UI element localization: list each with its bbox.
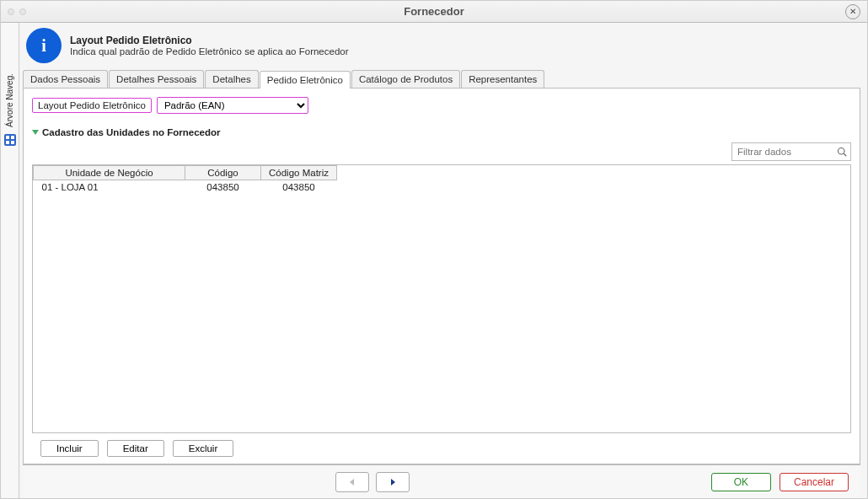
section-title: Cadastro das Unidades no Fornecedor <box>42 127 221 137</box>
tree-icon[interactable] <box>4 134 16 146</box>
next-button[interactable] <box>376 472 410 492</box>
svg-line-5 <box>844 153 846 156</box>
close-icon[interactable]: ✕ <box>845 4 860 19</box>
ok-button[interactable]: OK <box>711 473 771 491</box>
collapse-icon <box>32 130 39 135</box>
grid-button-row: Incluir Editar Excluir <box>40 440 851 457</box>
delete-button[interactable]: Excluir <box>173 440 234 457</box>
edit-button[interactable]: Editar <box>107 440 164 457</box>
cell-unidade: 01 - LOJA 01 <box>34 180 185 195</box>
svg-rect-3 <box>11 141 14 144</box>
tab-catalogo-produtos[interactable]: Catálogo de Produtos <box>351 70 460 88</box>
info-subtitle: Indica qual padrão de Pedido Eletrônico … <box>70 46 349 56</box>
tab-dados-pessoais[interactable]: Dados Pessoais <box>23 70 108 88</box>
cell-codigo: 043850 <box>185 180 261 195</box>
tab-bar: Dados Pessoais Detalhes Pessoais Detalhe… <box>23 70 860 89</box>
titlebar: Fornecedor ✕ <box>1 1 867 23</box>
search-icon[interactable] <box>833 147 850 157</box>
arrow-left-icon <box>348 478 356 486</box>
svg-rect-0 <box>6 136 9 139</box>
tab-detalhes-pessoais[interactable]: Detalhes Pessoais <box>109 70 204 88</box>
dialog-window: Fornecedor ✕ Árvore Naveg. i Layout Pedi… <box>0 0 868 499</box>
table-row[interactable]: 01 - LOJA 01 043850 043850 <box>34 180 337 195</box>
info-title: Layout Pedido Eletrônico <box>70 35 349 46</box>
units-table: Unidade de Negócio Código Código Matriz … <box>32 164 851 433</box>
tab-panel: Layout Pedido Eletrônico Padrão (EAN) Ca… <box>23 89 860 464</box>
cell-codigo-matriz: 043850 <box>261 180 337 195</box>
window-dot <box>19 8 26 15</box>
layout-field-row: Layout Pedido Eletrônico Padrão (EAN) <box>32 97 851 114</box>
sidebar: Árvore Naveg. <box>1 23 19 498</box>
window-traffic-lights <box>8 8 26 15</box>
filter-input[interactable] <box>732 147 833 157</box>
col-unidade[interactable]: Unidade de Negócio <box>34 166 185 180</box>
svg-rect-2 <box>6 141 9 144</box>
svg-marker-6 <box>350 479 354 486</box>
tab-detalhes[interactable]: Detalhes <box>205 70 258 88</box>
prev-button[interactable] <box>335 472 369 492</box>
layout-field-label: Layout Pedido Eletrônico <box>32 98 152 113</box>
col-codigo-matriz[interactable]: Código Matriz <box>261 166 337 180</box>
window-dot <box>8 8 14 15</box>
window-title: Fornecedor <box>404 5 464 18</box>
col-codigo[interactable]: Código <box>185 166 261 180</box>
section-header[interactable]: Cadastro das Unidades no Fornecedor <box>32 127 851 137</box>
include-button[interactable]: Incluir <box>40 440 99 457</box>
sidebar-tree-label[interactable]: Árvore Naveg. <box>5 73 14 127</box>
tab-representantes[interactable]: Representantes <box>461 70 544 88</box>
cancel-button[interactable]: Cancelar <box>780 473 849 491</box>
svg-rect-1 <box>11 136 14 139</box>
info-icon: i <box>26 28 62 63</box>
dialog-footer: OK Cancelar <box>23 464 860 498</box>
info-header: i Layout Pedido Eletrônico Indica qual p… <box>23 26 860 70</box>
layout-select[interactable]: Padrão (EAN) <box>157 97 308 114</box>
filter-box <box>731 142 851 161</box>
arrow-right-icon <box>388 478 397 486</box>
svg-point-4 <box>839 148 845 155</box>
tab-pedido-eletronico[interactable]: Pedido Eletrônico <box>260 71 351 89</box>
svg-marker-7 <box>391 479 395 486</box>
